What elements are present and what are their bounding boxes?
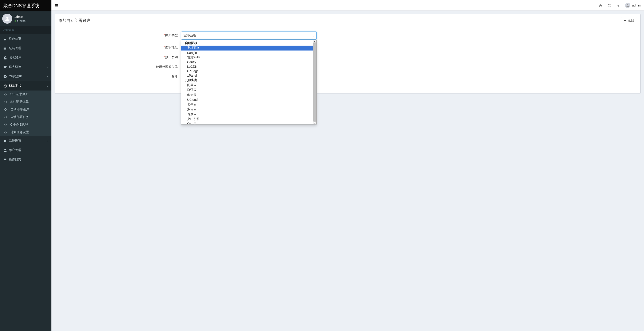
dropdown-option[interactable]: 雷池WAF (181, 55, 313, 60)
chevron-down-icon: ⌄ (312, 34, 314, 37)
fullscreen-icon[interactable] (608, 3, 611, 7)
user-name: admin (14, 15, 26, 18)
svg-point-2 (627, 4, 628, 5)
nav-sub-label: 自动部署任务 (10, 115, 29, 119)
nav-list[interactable]: 域名管理 (0, 43, 52, 53)
nav-label: 系统设置 (9, 139, 46, 143)
label-account-type: *账户类型 (60, 31, 181, 37)
chevron-left-icon: ‹ (48, 140, 48, 142)
nav-sub-label: SSL证书账户 (10, 92, 28, 96)
dropdown-group: 自建面板 (181, 41, 313, 46)
dropdown-group: 云服务商 (181, 78, 313, 83)
circle-icon (4, 108, 7, 111)
avatar (2, 14, 12, 24)
nav-menu: 后台首页域名管理域名账户容灾切换‹CF优选IP‹SSL证书⌄SSL证书账户SSL… (0, 34, 52, 164)
nav-sub-item[interactable]: 计划任务设置 (0, 128, 52, 136)
nav-label: 域名账户 (9, 56, 48, 60)
nav-label: 用户管理 (9, 148, 48, 152)
scroll-up-icon[interactable]: ▴ (313, 40, 316, 42)
topbar-user-name: admin (632, 3, 641, 7)
nav-sub-label: SSL证书订单 (10, 100, 28, 104)
nav-sub-item[interactable]: 自动部署账户 (0, 106, 52, 113)
label-panel-address: *面板地址 (60, 43, 181, 49)
dropdown-option[interactable]: 多吉云 (181, 107, 313, 112)
topbar-user[interactable]: admin (625, 3, 641, 8)
nav-label: SSL证书 (9, 84, 44, 88)
back-button[interactable]: 返回 (621, 17, 637, 24)
scroll-down-icon[interactable]: ▾ (313, 122, 316, 124)
nav-home[interactable]: 后台首页 (0, 34, 52, 43)
label-remark: 备注 (60, 73, 181, 79)
circle-icon (4, 101, 7, 103)
nav-label: CF优选IP (9, 74, 46, 78)
nav-sub-label: CNAME代理 (10, 123, 28, 127)
dropdown-option[interactable]: 阿里云 (181, 83, 313, 88)
globe-icon (3, 75, 7, 78)
cogs-icon (3, 139, 7, 143)
nav-listalt[interactable]: 操作日志 (0, 155, 52, 164)
nav-sub-item[interactable]: SSL证书订单 (0, 98, 52, 106)
dropdown-option[interactable]: 华为云 (181, 92, 313, 97)
nav-lock[interactable]: 域名账户 (0, 53, 52, 62)
svg-point-0 (6, 16, 8, 18)
lock-icon (3, 56, 7, 59)
home-icon (3, 37, 7, 41)
chevron-left-icon: ‹ (48, 66, 48, 68)
dropdown-option[interactable]: UCloud (181, 97, 313, 102)
dropdown-option[interactable]: 火山引擎 (181, 117, 313, 122)
scroll-thumb[interactable] (313, 42, 316, 122)
dropdown-option[interactable]: GoEdge (181, 69, 313, 73)
select-value: 宝塔面板 (184, 33, 196, 37)
reply-icon (624, 19, 627, 22)
form-panel: 添加自动部署账户 返回 *账户类型 宝塔面板 ⌄ (55, 14, 641, 93)
nav-sub-item[interactable]: CNAME代理 (0, 121, 52, 128)
dropdown-option[interactable]: 腾讯云 (181, 88, 313, 92)
sidebar: 聚合DNS管理系统 admin Online 功能导航 后台首页域名管理域名账户… (0, 0, 52, 331)
user-status: Online (14, 19, 26, 22)
heart-icon (3, 65, 7, 69)
chevron-down-icon: ⌄ (46, 85, 48, 87)
nav-sub-label: 计划任务设置 (10, 130, 29, 134)
nav-sub-label: 自动部署账户 (10, 107, 29, 111)
dropdown-option[interactable]: LeCDN (181, 64, 313, 69)
dropdown-option[interactable]: 七牛云 (181, 102, 313, 107)
dropdown-option[interactable]: 宝塔面板 (181, 46, 313, 50)
nav-cert[interactable]: SSL证书⌄ (0, 81, 52, 90)
nav-label: 容灾切换 (9, 65, 46, 69)
nav-sub-item[interactable]: SSL证书账户 (0, 90, 52, 98)
dropdown-scrollbar[interactable]: ▴ ▾ (313, 40, 316, 124)
nav-label: 后台首页 (9, 37, 48, 41)
wrench-icon[interactable] (616, 3, 620, 7)
menu-toggle-icon[interactable] (55, 3, 58, 7)
list-icon (3, 46, 7, 50)
dropdown-option[interactable]: 1Panel (181, 73, 313, 78)
topbar: admin (52, 0, 644, 11)
circle-icon (4, 124, 7, 126)
dropdown-option[interactable]: Cdnfly (181, 60, 313, 64)
nav-user[interactable]: 用户管理 (0, 145, 52, 155)
panel-title: 添加自动部署账户 (58, 18, 90, 23)
account-type-select[interactable]: 宝塔面板 ⌄ (181, 31, 317, 39)
circle-icon (4, 93, 7, 95)
brand-title: 聚合DNS管理系统 (0, 0, 52, 11)
nav-label: 域名管理 (9, 46, 48, 50)
nav-globe[interactable]: CF优选IP‹ (0, 72, 52, 81)
user-avatar-icon (625, 3, 630, 8)
account-type-dropdown: 自建面板宝塔面板Kangle雷池WAFCdnflyLeCDNGoEdge1Pan… (181, 39, 317, 124)
dropdown-option[interactable]: 白山云 (181, 122, 313, 124)
cert-icon (3, 84, 7, 88)
home-icon[interactable] (599, 3, 602, 7)
label-api-key: *接口密钥 (60, 53, 181, 59)
nav-cogs[interactable]: 系统设置‹ (0, 136, 52, 145)
nav-heart[interactable]: 容灾切换‹ (0, 62, 52, 72)
nav-sub-item[interactable]: 自动部署任务 (0, 113, 52, 121)
chevron-left-icon: ‹ (48, 75, 48, 78)
listalt-icon (3, 158, 7, 161)
nav-header: 功能导航 (0, 26, 52, 34)
user-panel: admin Online (0, 11, 52, 26)
dropdown-option[interactable]: Kangle (181, 50, 313, 55)
circle-icon (4, 116, 7, 118)
dropdown-option[interactable]: 百度云 (181, 112, 313, 117)
nav-label: 操作日志 (9, 158, 48, 162)
circle-icon (4, 131, 7, 133)
